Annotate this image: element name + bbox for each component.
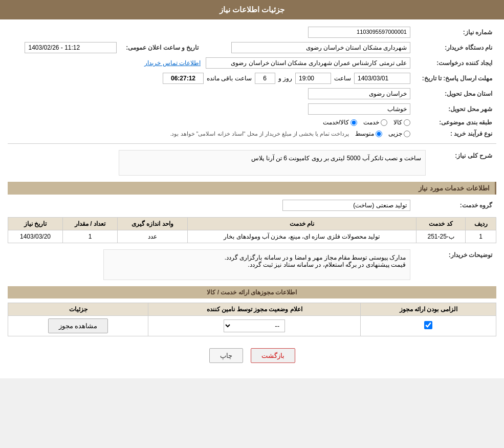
description-table: شرح کلی نیاز: ساخت و نصب تانکر آب 5000 ل…	[8, 148, 496, 178]
col-rownum: ردیف	[466, 218, 496, 230]
cell-rownum: 1	[466, 230, 496, 243]
col-name: نام خدمت	[187, 218, 416, 230]
contact-link[interactable]: اطلاعات تماس خریدار	[144, 59, 201, 67]
city-label: شهر محل تحویل:	[414, 101, 496, 117]
lic-col-required: الزامی بودن ارائه مجوز	[361, 303, 496, 316]
need-desc-value: ساخت و نصب تانکر آب 5000 لیتری بر روی کا…	[8, 148, 430, 178]
buyer-notes-value: مدارک پیوستی توسط مقام مجاز مهر و امضا و…	[8, 247, 414, 282]
license-table: الزامی بودن ارائه مجوز اعلام وضعیت مجوز …	[8, 303, 496, 336]
radio-kala: کالا	[393, 119, 410, 126]
lic-details-cell: مشاهده مجوز	[8, 316, 148, 336]
province-value: خراسان رضوی	[203, 86, 414, 101]
back-button[interactable]: بازگشت	[251, 348, 295, 363]
col-code: کد خدمت	[416, 218, 465, 230]
lic-required-cell	[361, 316, 496, 336]
buyer-notes-table: توضیحات خریدار: مدارک پیوستی توسط مقام م…	[8, 247, 496, 282]
response-time-field: 19:00	[295, 73, 331, 84]
response-date-field: 1403/03/01	[354, 73, 410, 84]
province-label: استان محل تحویل:	[414, 86, 496, 101]
lic-col-status: اعلام وضعیت مجوز توسط نامین کننده	[148, 303, 361, 316]
buyer-notes-field: مدارک پیوستی توسط مقام مجاز مهر و امضا و…	[103, 249, 410, 280]
need-desc-label: شرح کلی نیاز:	[430, 148, 496, 178]
city-value: خوشاب	[203, 101, 414, 117]
need-number-field: 1103095597000001	[308, 27, 410, 38]
cell-qty: 1	[63, 230, 118, 243]
cell-name: تولید محصولات فلزی سازه ای، مینع، مخزن آ…	[187, 230, 416, 243]
need-desc-text: ساخت و نصب تانکر آب 5000 لیتری بر روی کا…	[251, 155, 421, 162]
radio-khedmat: خدمت	[363, 119, 387, 126]
need-number-value: 1103095597000001	[203, 25, 414, 40]
radio-khedmat-input[interactable]	[381, 119, 387, 126]
services-table: ردیف کد خدمت نام خدمت واحد اندازه گیری ت…	[8, 217, 496, 243]
remaining-timer: 06:27:12	[163, 73, 204, 84]
creator-label: ایجاد کننده درخواست:	[414, 55, 496, 71]
radio-kala-khedmat: کالا/خدمت	[323, 119, 357, 126]
response-time-label: ساعت	[334, 75, 351, 82]
col-qty: تعداد / مقدار	[63, 218, 118, 230]
page-wrapper: جزئیات اطلاعات نیاز شماره نیاز: 11030955…	[0, 0, 504, 378]
buyer-notes-label: توضیحات خریدار:	[414, 247, 496, 282]
buyer-org-label: نام دستگاه خریدار:	[414, 40, 496, 55]
radio-khedmat-label: خدمت	[363, 119, 379, 126]
main-content: شماره نیاز: 1103095597000001 نام دستگاه …	[0, 19, 504, 378]
cell-date: 1403/03/20	[8, 230, 63, 243]
purchase-type-note: پرداخت تمام یا بخشی از مبلغ خریدار از مح…	[170, 131, 349, 137]
col-unit: واحد اندازه گیری	[117, 218, 187, 230]
view-license-button[interactable]: مشاهده مجوز	[48, 318, 108, 333]
license-section-title: اطلاعات مجوزهای ارائه خدمت / کالا	[8, 286, 496, 298]
service-group-value: تولید صنعتی (ساخت)	[8, 198, 414, 213]
remaining-label: ساعت باقی مانده	[207, 75, 252, 82]
lic-required-checkbox[interactable]	[424, 321, 432, 329]
need-desc-field: ساخت و نصب تانکر آب 5000 لیتری بر روی کا…	[119, 150, 426, 176]
response-days-label: روز و	[278, 75, 292, 82]
buyer-org-field: شهرداری مشکان استان خراسان رضوی	[231, 42, 410, 53]
service-group-table: گروه خدمت: تولید صنعتی (ساخت)	[8, 198, 496, 213]
creator-row: علی ترمتی کارشناس عمران شهرداری مشکان اس…	[8, 55, 414, 71]
license-row: -- مشاهده مجوز	[8, 316, 496, 336]
radio-kala-label: کالا	[393, 119, 402, 126]
radio-jozee: جزیی	[388, 130, 410, 137]
city-field: خوشاب	[308, 103, 410, 115]
announcement-value: 1403/02/26 - 11:12	[8, 40, 121, 55]
radio-motavasset-input[interactable]	[376, 131, 382, 137]
button-row: بازگشت چاپ	[8, 340, 496, 373]
need-number-label: شماره نیاز:	[414, 25, 496, 40]
col-date: تاریخ نیاز	[8, 218, 63, 230]
lic-status-cell: --	[148, 316, 361, 336]
page-header: جزئیات اطلاعات نیاز	[0, 0, 504, 19]
radio-kala-khedmat-input[interactable]	[350, 119, 357, 126]
creator-field: علی ترمتی کارشناس عمران شهرداری مشکان اس…	[206, 57, 410, 69]
buyer-notes-text: مدارک پیوستی توسط مقام مجاز مهر و امضا و…	[108, 254, 406, 268]
announcement-field: 1403/02/26 - 11:12	[25, 42, 117, 53]
basic-info-table: شماره نیاز: 1103095597000001 نام دستگاه …	[8, 25, 496, 139]
province-field: خراسان رضوی	[308, 88, 410, 99]
page-title: جزئیات اطلاعات نیاز	[220, 5, 284, 14]
table-row: 1 ب-25-251 تولید محصولات فلزی سازه ای، م…	[8, 230, 496, 243]
print-button[interactable]: چاپ	[209, 348, 243, 363]
cell-unit: عدد	[117, 230, 187, 243]
category-row: کالا خدمت کالا/خدمت	[8, 117, 414, 128]
purchase-type-label: نوع فرآیند خرید :	[414, 128, 496, 139]
buyer-org-value: شهرداری مشکان استان خراسان رضوی	[203, 40, 414, 55]
radio-jozee-label: جزیی	[388, 130, 402, 137]
radio-motavasset: متوسط	[355, 130, 382, 137]
radio-kala-input[interactable]	[404, 119, 410, 126]
cell-code: ب-25-251	[416, 230, 465, 243]
announcement-label: تاریخ و ساعت اعلان عمومی:	[121, 40, 203, 55]
response-deadline-label: مهلت ارسال پاسخ: تا تاریخ:	[414, 71, 496, 86]
radio-motavasset-label: متوسط	[355, 130, 374, 137]
lic-col-details: جزئیات	[8, 303, 148, 316]
radio-jozee-input[interactable]	[404, 131, 410, 137]
purchase-type-row: جزیی متوسط پرداخت تمام یا بخشی از مبلغ خ…	[8, 128, 414, 139]
service-group-label: گروه خدمت:	[414, 198, 496, 213]
category-label: طبقه بندی موضوعی:	[414, 117, 496, 128]
services-section-title: اطلاعات خدمات مورد نیاز	[8, 182, 496, 195]
service-group-field: تولید صنعتی (ساخت)	[282, 200, 410, 211]
lic-status-select[interactable]: --	[224, 319, 285, 332]
radio-kala-khedmat-label: کالا/خدمت	[323, 119, 349, 126]
response-deadline-row: 1403/03/01 ساعت 19:00 روز و 6 ساعت باقی …	[8, 71, 414, 86]
response-days-field: 6	[255, 73, 275, 84]
